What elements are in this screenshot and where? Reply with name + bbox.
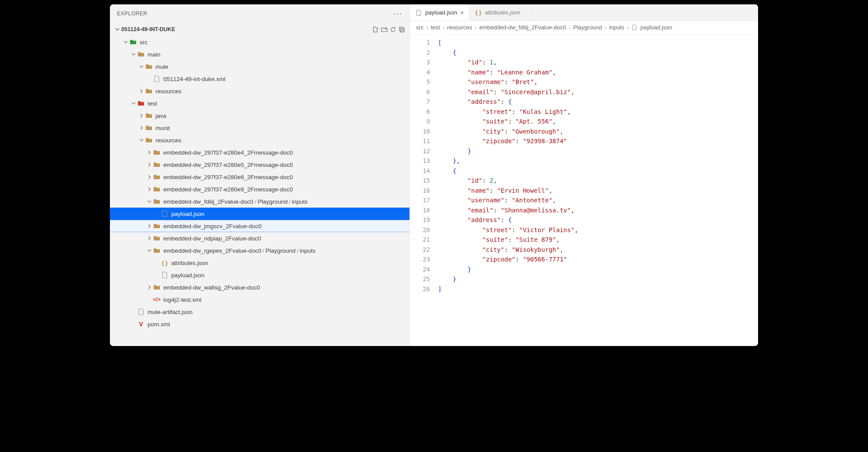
code-line[interactable]: ] [438,284,578,294]
tree-row[interactable]: embedded-dw_297f37-e280e5_2Fmessage-doc0 [110,159,409,171]
tree-row[interactable]: 051124-49-int-duke.xml [110,73,409,85]
tree-row[interactable]: Vpom.xml [110,318,409,330]
editor-tab[interactable]: { }attributes.json× [469,4,533,21]
code-line[interactable]: "email": "Shanna@melissa.tv", [438,205,578,215]
tree-row[interactable]: src [110,36,409,48]
code-line[interactable]: "email": "Sincere@april.biz", [438,87,578,97]
code-line[interactable]: "zipcode": "90566-7771" [438,254,578,265]
tree-row[interactable]: resources [110,134,409,146]
code-line[interactable]: } [438,274,578,284]
chevron-right-icon[interactable] [146,161,153,168]
chevron-none [130,321,137,328]
code-line[interactable]: "username": "Bret", [438,77,578,87]
chevron-none [130,308,137,315]
tree-row[interactable]: resources [110,85,409,97]
tree-row[interactable]: embedded-dw_297f37-e280e6_2Fmessage-doc0 [110,171,409,183]
code-line[interactable]: "zipcode": "92998-3874" [438,136,578,146]
chevron-right-icon[interactable] [146,284,153,291]
code-line[interactable]: "city": "Gwenborough", [438,127,578,137]
code-line[interactable]: "name": "Leanne Graham", [438,67,578,78]
code-line[interactable]: { [438,166,578,176]
breadcrumb-segment[interactable]: resources [447,24,472,31]
editor-tab[interactable]: payload.json× [410,4,469,21]
chevron-none [154,259,161,266]
tree-row[interactable]: { }attributes.json [110,257,409,269]
breadcrumb-segment[interactable]: embedded-dw_fdliij_2Fvalue-doc0 [479,24,566,31]
folder-tan-icon [153,283,161,291]
code-line[interactable]: { [438,48,578,58]
line-number: 16 [410,186,430,196]
tree-row[interactable]: main [110,48,409,60]
tree-row[interactable]: payload.json [110,208,409,220]
tree-row[interactable]: java [110,109,409,122]
chevron-right-icon[interactable] [146,186,153,193]
chevron-right-icon[interactable] [146,173,153,180]
code-editor[interactable]: 1234567891011121314151617181920212223242… [410,34,758,346]
code-line[interactable]: "id": 2, [438,176,578,186]
breadcrumb-segment[interactable]: src [416,24,423,31]
breadcrumb-segment[interactable]: test [431,24,440,31]
code-line[interactable]: "address": { [438,97,578,107]
chevron-down-icon[interactable] [130,100,137,107]
chevron-down-icon[interactable] [138,137,145,144]
refresh-icon[interactable] [388,25,397,34]
chevron-down-icon[interactable] [138,63,145,70]
tree-row[interactable]: embedded-dw_297f37-e280e9_2Fmessage-doc0 [110,183,409,195]
chevron-right-icon[interactable] [138,112,145,119]
code-content[interactable]: [ { "id": 1, "name": "Leanne Graham", "u… [434,34,578,346]
chevron-down-icon[interactable] [130,51,137,58]
collapse-all-icon[interactable] [397,25,406,34]
tree-item-label: embedded-dw_ndpiap_2Fvalue-doc0 [163,235,261,242]
project-header[interactable]: 051124-49-INT-DUKE [110,23,409,36]
code-line[interactable]: "suite": "Suite 879", [438,235,578,245]
code-line[interactable]: "name": "Ervin Howell", [438,186,578,196]
chevron-down-icon[interactable] [146,198,153,205]
chevron-down-icon[interactable] [146,247,153,254]
tree-item-label: attributes.json [171,260,208,266]
code-line[interactable]: "city": "Wisokyburgh", [438,245,578,255]
folder-tan-icon [153,161,161,169]
tree-row[interactable]: embedded-dw_jmgscv_2Fvalue-doc0 [110,220,409,232]
line-number: 20 [410,225,430,235]
tab-label: attributes.json [485,9,520,16]
code-line[interactable]: [ [438,38,578,48]
chevron-right-icon[interactable] [146,235,153,242]
chevron-right-icon[interactable] [146,149,153,156]
code-line[interactable]: "street": "Victor Plains", [438,225,578,235]
file-icon [161,271,169,279]
tree-row[interactable]: embedded-dw_297f37-e280e4_2Fmessage-doc0 [110,146,409,159]
tree-row[interactable]: mule [110,60,409,73]
tree-row[interactable]: payload.json [110,269,409,281]
tree-row[interactable]: embedded-dw_wafisg_2Fvalue-doc0 [110,281,409,293]
code-line[interactable]: "suite": "Apt. 556", [438,117,578,127]
tree-row[interactable]: embedded-dw_fdliij_2Fvalue-doc0/Playgrou… [110,195,409,208]
code-line[interactable]: "street": "Kulas Light", [438,107,578,117]
new-file-icon[interactable] [371,25,380,34]
tree-item-label: embedded-dw_297f37-e280e4_2Fmessage-doc0 [163,149,293,156]
chevron-right-icon[interactable] [138,88,145,95]
code-line[interactable]: "address": { [438,215,578,225]
explorer-more-icon[interactable]: ··· [393,9,402,18]
breadcrumb-segment[interactable]: Playground [573,24,602,31]
code-line[interactable]: "id": 1, [438,57,578,67]
breadcrumb-segment[interactable]: payload.json [640,24,672,31]
chevron-right-icon[interactable] [146,222,153,230]
chevron-down-icon[interactable] [122,39,129,46]
tree-row[interactable]: mule-artifact.json [110,306,409,318]
tree-row[interactable]: </>log4j2-test.xml [110,293,409,306]
breadcrumb-separator: › [568,24,570,31]
code-line[interactable]: } [438,146,578,156]
tree-row[interactable]: embedded-dw_rgepex_2Fvalue-doc0/Playgrou… [110,244,409,257]
line-number: 11 [410,136,430,146]
close-icon[interactable]: × [460,9,464,16]
code-line[interactable]: "username": "Antonette", [438,195,578,205]
tree-row[interactable]: munit [110,122,409,134]
tree-item-label: embedded-dw_297f37-e280e9_2Fmessage-doc0 [163,186,293,193]
code-line[interactable]: } [438,265,578,275]
chevron-right-icon[interactable] [138,124,145,131]
new-folder-icon[interactable] [380,25,388,34]
breadcrumb-segment[interactable]: inputs [609,24,625,31]
tree-row[interactable]: embedded-dw_ndpiap_2Fvalue-doc0 [110,232,409,244]
tree-row[interactable]: test [110,97,409,109]
code-line[interactable]: }, [438,156,578,166]
